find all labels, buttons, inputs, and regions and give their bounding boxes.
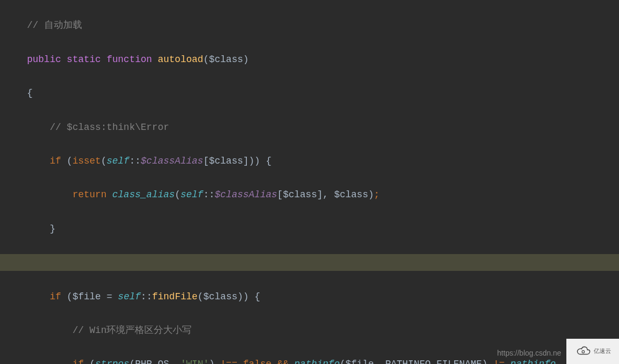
comma: , [323,189,328,200]
keyword-function: function [106,54,152,65]
strpos-fn: strpos [95,359,129,364]
self-keyword: self [106,156,129,166]
keyword-static: static [67,54,101,65]
pathinfo-fn: pathinfo [294,359,340,364]
pathinfo-const: PATHINFO_FILENAME [385,359,482,364]
code-line: // Win环境严格区分大小写 [0,322,619,339]
keyword-if: if [73,359,84,364]
isset-fn: isset [73,156,101,166]
logo-box: 亿速云 [566,339,619,364]
paren: ) [243,54,249,65]
logo-text: 亿速云 [594,346,611,357]
bracket: [ [277,189,283,200]
variable: $class [209,54,243,65]
comma: , [374,359,380,364]
paren: ( [67,291,73,302]
paren: ( [101,156,107,166]
paren: )) [237,291,249,302]
string-literal: 'WIN' [181,359,209,364]
variable: $file [345,359,374,364]
paren: ( [67,156,73,166]
return-keyword: return [67,189,107,200]
paren: ) [209,359,215,364]
comment-text: // $class:think\Error [49,122,169,133]
code-line: public static function autoload($class) [0,51,619,68]
brace: { [266,156,272,166]
paren: ( [129,359,135,364]
double-colon: :: [129,156,141,166]
class-alias-var: $classAlias [215,189,277,200]
comment-text: // Win环境严格区分大小写 [73,325,192,336]
comma: , [169,359,175,364]
paren: ( [203,54,209,65]
code-editor[interactable]: // 自动加载 public static function autoload(… [0,0,619,364]
double-colon: :: [141,291,152,302]
self-keyword: self [181,189,203,200]
comment-text: // 自动加载 [27,20,82,31]
semicolon: ; [374,189,380,200]
variable: $file [73,291,101,302]
variable: $class [334,189,368,200]
code-line: } [0,220,619,237]
code-line-highlighted [0,254,619,271]
double-colon: :: [203,189,215,200]
variable: $class [203,291,237,302]
code-line: if ($file = self::findFile($class)) { [0,288,619,305]
brace: { [27,88,33,98]
paren: ( [89,359,95,364]
paren: ( [340,359,345,364]
not-equal-op: !== [221,359,237,364]
false-keyword: false [243,359,272,364]
bracket: ] [317,189,323,200]
keyword-if: if [49,291,61,302]
assign-op: = [106,291,112,302]
cloud-icon [575,346,592,357]
bracket: ])) [243,156,260,166]
self-keyword: self [118,291,141,302]
brace: } [49,224,55,234]
keyword-if: if [49,156,61,166]
paren: ( [197,291,203,302]
paren: ) [482,359,488,364]
class-alias-fn: class_alias [112,189,175,200]
paren: ( [175,189,181,200]
variable: $class [209,156,243,166]
variable: $class [283,189,317,200]
class-alias-var: $classAlias [141,156,203,166]
code-line: return class_alias(self::$classAlias[$cl… [0,186,619,203]
code-line: { [0,85,619,102]
paren: ) [368,189,374,200]
code-line: // 自动加载 [0,17,619,34]
findfile-fn: findFile [152,291,197,302]
keyword-public: public [27,54,61,65]
code-line: if (isset(self::$classAlias[$class])) { [0,153,619,169]
bracket: [ [203,156,209,166]
and-op: && [277,359,289,364]
code-line: // $class:think\Error [0,119,619,136]
function-name: autoload [158,54,203,65]
php-os-const: PHP_OS [135,359,169,364]
watermark-text: https://blog.csdn.ne [497,347,561,360]
brace: { [254,291,260,302]
svg-point-0 [582,350,584,353]
